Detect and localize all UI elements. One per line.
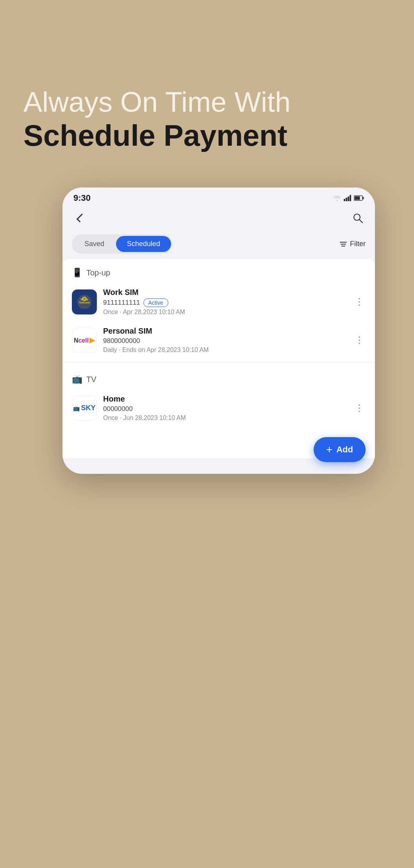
list-item-home-sky[interactable]: 📺 SKY Home 00000000 Once · Jun 28,2023 1… — [62, 389, 375, 427]
tab-saved[interactable]: Saved — [73, 236, 115, 252]
sky-logo: 📺 SKY — [72, 396, 97, 421]
fab-label: Add — [336, 445, 353, 455]
svg-rect-3 — [350, 195, 351, 201]
sky-tv-icon: 📺 — [73, 405, 80, 411]
tabs-container: Saved Scheduled — [72, 234, 173, 254]
svg-line-8 — [360, 220, 363, 223]
sky-item-number: 00000000 — [103, 405, 133, 413]
signal-icon — [344, 195, 352, 201]
sky-more-button[interactable] — [353, 402, 366, 414]
sky-text: SKY — [81, 404, 95, 412]
svg-rect-6 — [355, 196, 360, 200]
personalsim-name: Personal SIM — [103, 327, 347, 336]
hero-section: Always On Time With Schedule Payment — [23, 86, 391, 152]
worksim-schedule: Once · Apr 28,2023 10:10 AM — [103, 309, 347, 316]
back-chevron-icon — [77, 214, 86, 223]
topup-section-icon: 📱 — [72, 268, 82, 278]
personalsim-number: 9800000000 — [103, 337, 140, 345]
personalsim-more-button[interactable] — [353, 334, 366, 346]
list-item-personalsim[interactable]: Ncell▶ Personal SIM 9800000000 Daily · E… — [62, 321, 375, 359]
list-item-worksim[interactable]: Nepal Telecom Work SIM 9111111111 Active… — [62, 282, 375, 321]
more-dot — [359, 404, 360, 406]
personalsim-sub: 9800000000 — [103, 337, 347, 345]
worksim-number: 9111111111 — [103, 299, 140, 307]
sky-icon-wrap: 📺 SKY — [73, 404, 95, 412]
more-dot — [359, 411, 360, 412]
nt-logo-svg: Nepal Telecom — [76, 294, 93, 310]
more-dot — [359, 301, 360, 303]
fab-plus-icon: + — [326, 444, 332, 455]
sky-item-info: Home 00000000 Once · Jun 28,2023 10:10 A… — [103, 395, 347, 421]
content-area: 📱 Top-up Nepal Telecom Work SIM 91111111… — [62, 259, 375, 458]
hero-line1: Always On Time With — [23, 86, 391, 118]
worksim-info: Work SIM 9111111111 Active Once · Apr 28… — [103, 288, 347, 316]
more-dot — [359, 336, 360, 338]
svg-rect-0 — [344, 199, 345, 201]
topup-section-header: 📱 Top-up — [62, 259, 375, 282]
svg-point-7 — [354, 214, 360, 220]
filter-button[interactable]: Filter — [340, 240, 366, 248]
worksim-active-badge: Active — [143, 298, 168, 307]
status-icons — [333, 195, 364, 201]
search-icon — [352, 213, 363, 223]
personalsim-schedule: Daily · Ends on Apr 28,2023 10:10 AM — [103, 346, 347, 354]
svg-rect-2 — [348, 196, 349, 201]
hero-line2: Schedule Payment — [23, 118, 391, 152]
tv-section-header: 📺 TV — [62, 366, 375, 389]
tab-bar: Saved Scheduled Filter — [62, 231, 375, 259]
filter-icon — [340, 242, 347, 246]
status-time: 9:30 — [73, 193, 91, 203]
section-divider — [62, 362, 375, 363]
tv-section-title: TV — [86, 375, 96, 384]
more-dot — [359, 407, 360, 409]
app-bar — [62, 206, 375, 231]
more-dot — [359, 343, 360, 344]
sky-item-name: Home — [103, 395, 347, 404]
sky-item-sub: 00000000 — [103, 405, 347, 413]
worksim-name: Work SIM — [103, 288, 347, 297]
worksim-sub: 9111111111 Active — [103, 298, 347, 307]
worksim-logo: Nepal Telecom — [72, 289, 97, 314]
phone-mockup: 9:30 — [62, 188, 375, 474]
tab-scheduled[interactable]: Scheduled — [116, 236, 171, 252]
wifi-icon — [333, 195, 341, 201]
search-button[interactable] — [350, 210, 366, 226]
back-button[interactable] — [72, 210, 87, 226]
svg-rect-5 — [363, 197, 364, 199]
svg-rect-1 — [346, 198, 347, 201]
svg-text:Telecom: Telecom — [79, 301, 90, 304]
more-dot — [359, 339, 360, 341]
ncell-logo-text: Ncell▶ — [74, 336, 95, 345]
topup-section-title: Top-up — [86, 268, 110, 277]
more-dot — [359, 304, 360, 306]
worksim-more-button[interactable] — [353, 296, 366, 308]
status-bar: 9:30 — [62, 188, 375, 206]
add-fab-button[interactable]: + Add — [314, 437, 366, 462]
personalsim-logo: Ncell▶ — [72, 328, 97, 353]
tv-section-icon: 📺 — [72, 374, 82, 384]
filter-label: Filter — [350, 240, 366, 248]
battery-icon — [354, 195, 364, 201]
personalsim-info: Personal SIM 9800000000 Daily · Ends on … — [103, 327, 347, 354]
more-dot — [359, 298, 360, 300]
sky-item-schedule: Once · Jun 28,2023 10:10 AM — [103, 414, 347, 421]
